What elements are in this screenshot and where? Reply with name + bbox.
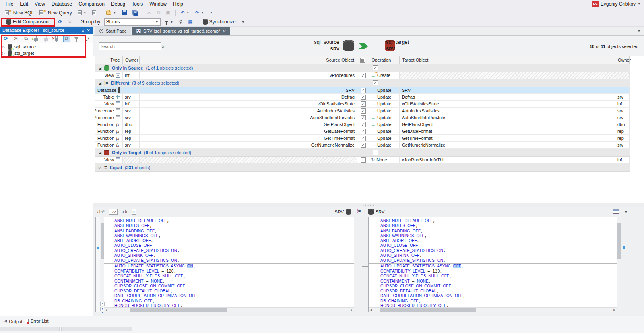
menu-item-comparison[interactable]: Comparison bbox=[75, 0, 108, 8]
row-checkbox[interactable] bbox=[361, 129, 366, 134]
new-sql-button[interactable]: ✱New SQL bbox=[3, 9, 35, 17]
expand-icon[interactable]: ▷ bbox=[2, 45, 6, 49]
row-checkbox[interactable] bbox=[361, 95, 366, 100]
row-checkbox[interactable] bbox=[361, 108, 366, 114]
undo-button[interactable]: ↶▼ bbox=[179, 9, 191, 17]
expanded-icon[interactable]: ◢ bbox=[99, 66, 101, 70]
table-row[interactable]: ProceduresrvAutoIndexStatistics→UpdateAu… bbox=[95, 108, 630, 114]
delete-icon[interactable]: ✕ bbox=[12, 35, 19, 42]
column-header-type[interactable]: Type bbox=[95, 56, 123, 64]
table-row[interactable]: FunctionfxdboGetPlansObject→UpdateGetPla… bbox=[95, 121, 630, 128]
scroll-right-icon[interactable]: ▶ bbox=[350, 308, 354, 312]
group-by-select[interactable]: Status▼ bbox=[104, 18, 161, 26]
menu-item-debug[interactable]: Debug bbox=[108, 0, 128, 8]
synchronize-button[interactable]: Synchronize...▼ bbox=[201, 18, 246, 25]
table-row[interactable]: View↻NonevJobRunShortInfoTblinf bbox=[95, 157, 630, 163]
show-documents-icon[interactable]: ⧉ bbox=[63, 35, 70, 42]
select-all-checkbox[interactable] bbox=[360, 58, 365, 63]
table-row[interactable]: DatabaseSRV→UpdateSRV bbox=[95, 87, 630, 94]
search-box[interactable]: ✕ bbox=[99, 42, 161, 50]
edit-comparison-button[interactable]: Edit Comparison... bbox=[5, 18, 54, 25]
output-tab[interactable]: ⇥ Output bbox=[3, 319, 22, 324]
filter-icon[interactable] bbox=[73, 35, 80, 42]
outline-icon[interactable]: o bbox=[132, 209, 136, 215]
scroll-left-icon[interactable]: ◀ bbox=[104, 308, 108, 312]
menu-item-help[interactable]: Help bbox=[170, 0, 186, 8]
tab-start-page[interactable]: Start Page bbox=[95, 27, 131, 35]
pin-icon[interactable]: ⊼ bbox=[81, 28, 84, 33]
column-header-checkbox[interactable] bbox=[357, 56, 369, 64]
copy-button[interactable]: ⧉ bbox=[155, 9, 162, 17]
disconnect-icon[interactable]: ✕ bbox=[53, 35, 60, 42]
menu-item-view[interactable]: View bbox=[31, 0, 48, 8]
scroll-right-icon[interactable]: ▶ bbox=[613, 308, 617, 312]
new-connection-icon[interactable]: + bbox=[33, 35, 39, 42]
close-icon[interactable]: ✕ bbox=[223, 29, 226, 33]
account-button[interactable]: EG Evgeniy Gribkov ▼ bbox=[592, 1, 641, 7]
row-checkbox[interactable] bbox=[373, 65, 378, 70]
column-header-operation[interactable]: Operation bbox=[369, 56, 400, 64]
row-checkbox[interactable] bbox=[361, 122, 366, 127]
word-wrap-icon[interactable]: ab⏎ bbox=[96, 209, 106, 215]
clear-search-icon[interactable]: ✕ bbox=[159, 44, 167, 49]
menu-item-tools[interactable]: Tools bbox=[128, 0, 146, 8]
vertical-scrollbar[interactable]: ▲▲ ▼▼ bbox=[100, 217, 104, 312]
table-row[interactable]: ViewinfvOldStatisticsState→UpdatevOldSta… bbox=[95, 101, 630, 108]
section-row-only-in-target[interactable]: ◢Only in Target(0 of 1 objects selected) bbox=[95, 149, 630, 157]
source-sql-text[interactable]: ANSI_NULL_DEFAULT OFF,ANSI_NULLS OFF,ANS… bbox=[104, 217, 354, 307]
column-header-target-object[interactable]: Target Object bbox=[400, 56, 615, 64]
close-icon[interactable]: ✕ bbox=[87, 28, 90, 33]
history-icon[interactable] bbox=[83, 35, 90, 42]
row-checkbox[interactable] bbox=[361, 143, 366, 148]
stop-button[interactable]: ✕ bbox=[66, 18, 74, 25]
filter-button[interactable]: ▼ bbox=[163, 19, 175, 25]
whitespace-icon[interactable]: a·b bbox=[121, 209, 128, 215]
find-button[interactable]: ⚲ bbox=[177, 18, 184, 25]
toolbar-overflow-button[interactable]: ▼ bbox=[208, 10, 215, 15]
save-button[interactable] bbox=[120, 10, 128, 16]
tree-item-sql-target[interactable]: ▷ sql_target bbox=[0, 50, 93, 56]
menu-item-database[interactable]: Database bbox=[48, 0, 75, 8]
redo-button[interactable]: ↷▼ bbox=[194, 9, 206, 17]
expanded-icon[interactable]: ◢ bbox=[99, 151, 101, 155]
database-explorer-titlebar[interactable]: Database Explorer - sql_source ⊼ ✕ bbox=[0, 27, 93, 34]
column-header-owner[interactable]: Owner bbox=[123, 56, 140, 64]
row-checkbox[interactable] bbox=[361, 115, 366, 120]
table-row[interactable]: ProceduresrvAutoShortInfoRunJobs→UpdateA… bbox=[95, 114, 630, 121]
connect-icon[interactable] bbox=[43, 35, 50, 42]
cut-button[interactable]: ✂ bbox=[146, 9, 153, 17]
refresh-comparison-button[interactable]: ⟳ bbox=[57, 18, 64, 25]
table-row[interactable]: ViewinfvProcedures→Create bbox=[95, 72, 630, 79]
diff-layout-icon[interactable] bbox=[613, 209, 619, 214]
horizontal-splitter[interactable]: ●●●●● bbox=[93, 203, 644, 207]
tree-item-sql-source[interactable]: ▷ sql_source bbox=[0, 43, 93, 50]
row-checkbox[interactable] bbox=[361, 101, 366, 107]
row-checkbox[interactable] bbox=[361, 73, 366, 78]
menu-item-edit[interactable]: Edit bbox=[17, 0, 31, 8]
open-button[interactable]: ▼ bbox=[105, 10, 118, 16]
error-list-tab[interactable]: Error List bbox=[25, 319, 49, 323]
column-header-source-object[interactable]: Source Object bbox=[140, 56, 357, 64]
chevron-down-icon[interactable]: ▼ bbox=[624, 210, 628, 214]
table-row[interactable]: TablesrvDefrag→UpdateDefragsrv bbox=[95, 94, 630, 101]
expand-icon[interactable]: ▷ bbox=[2, 52, 6, 55]
search-input[interactable] bbox=[99, 44, 159, 49]
new-item-button[interactable] bbox=[91, 10, 98, 16]
column-header-owner2[interactable]: Owner bbox=[615, 56, 630, 64]
tab-comparison-document[interactable]: SRV (sql_source vs sql_target).scomp* ✕ bbox=[132, 27, 230, 35]
vertical-scrollbar[interactable] bbox=[617, 217, 621, 312]
line-numbers-icon[interactable]: 123 bbox=[109, 209, 118, 215]
row-checkbox[interactable] bbox=[373, 150, 378, 155]
horizontal-scrollbar[interactable]: ◀ ▶ bbox=[104, 307, 354, 312]
section-row-only-in-source[interactable]: ◢Only in Source(1 of 1 objects selected) bbox=[95, 64, 630, 72]
refresh-icon[interactable]: ⟳ bbox=[2, 35, 9, 42]
tab-overflow-button[interactable]: ▼ bbox=[637, 29, 641, 33]
row-checkbox[interactable] bbox=[361, 136, 366, 141]
expanded-icon[interactable]: ◢ bbox=[99, 81, 101, 85]
table-row[interactable]: FunctionfxsrvGetNumericNormalize→UpdateG… bbox=[95, 142, 630, 149]
row-checkbox[interactable] bbox=[361, 157, 366, 163]
row-checkbox[interactable] bbox=[361, 88, 366, 93]
horizontal-scrollbar[interactable]: ◀ ▶ bbox=[369, 307, 617, 312]
save-all-button[interactable] bbox=[131, 10, 139, 16]
scroll-left-icon[interactable]: ◀ bbox=[369, 308, 373, 312]
